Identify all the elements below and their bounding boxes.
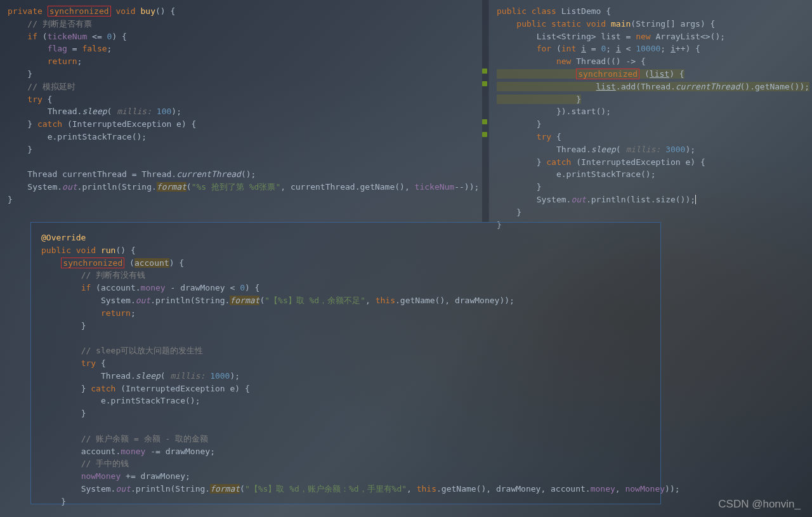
gutter-mark-icon — [482, 69, 487, 74]
keyword-synchronized-highlighted: synchronized — [61, 258, 124, 268]
comment: // 模拟延时 — [27, 82, 75, 91]
watermark: CSDN @honvin_ — [718, 498, 801, 511]
code-block[interactable]: @Override public void run() { synchroniz… — [41, 232, 650, 508]
comment: // 判断有没有钱 — [81, 270, 145, 280]
code-block[interactable]: private synchronized void buy() { // 判断是… — [8, 5, 475, 206]
code-panel-right[interactable]: public class ListDemo { public static vo… — [488, 0, 812, 222]
keyword-synchronized-highlighted: synchronized — [48, 6, 111, 16]
code-panel-left-top[interactable]: private synchronized void buy() { // 判断是… — [0, 0, 482, 216]
code-panel-bottom[interactable]: @Override public void run() { synchroniz… — [30, 222, 661, 504]
gutter-mark-icon — [482, 81, 487, 86]
annotation-override: @Override — [41, 233, 86, 242]
comment: // 判断是否有票 — [27, 19, 91, 29]
comment: // 账户余额 = 余额 - 取的金额 — [81, 434, 208, 443]
gutter-mark-icon — [482, 119, 487, 124]
keyword-private: private — [8, 6, 43, 16]
gutter — [482, 0, 488, 222]
gutter-mark-icon — [482, 132, 487, 137]
comment: // 手中的钱 — [81, 459, 129, 468]
keyword-synchronized-highlighted: synchronized — [576, 69, 639, 79]
keyword-void: void — [115, 6, 135, 16]
code-block[interactable]: public class ListDemo { public static vo… — [497, 5, 804, 231]
comment: // sleep可以放大问题的发生性 — [81, 346, 204, 355]
method-name: buy — [141, 6, 155, 16]
